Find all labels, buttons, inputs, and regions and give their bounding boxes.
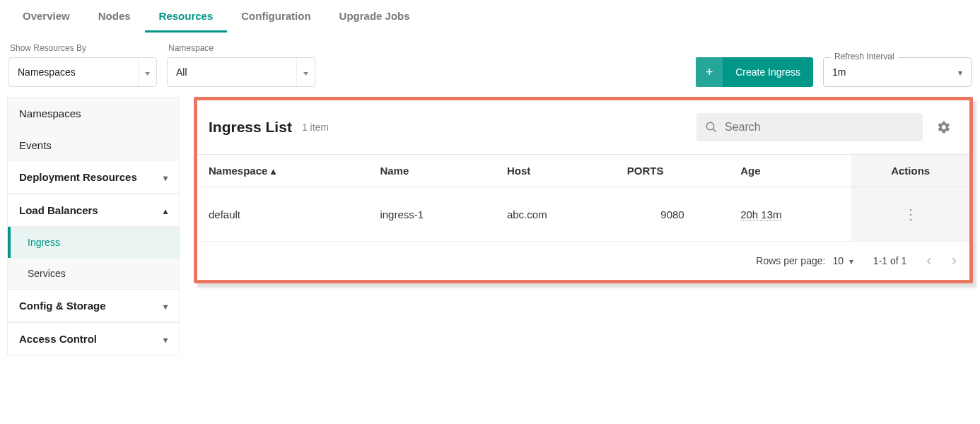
tab-resources[interactable]: Resources (145, 0, 228, 33)
plus-icon: + (696, 57, 723, 87)
chevron-down-icon (163, 171, 168, 183)
search-icon (705, 121, 718, 134)
create-ingress-label: Create Ingress (723, 57, 813, 87)
column-header-actions: Actions (851, 155, 969, 187)
column-header-name[interactable]: Name (368, 155, 496, 187)
namespace-label: Namespace (167, 43, 315, 53)
sidebar-item-ingress[interactable]: Ingress (8, 227, 179, 258)
sidebar-item-services[interactable]: Services (8, 258, 179, 289)
sidebar-item-events[interactable]: Events (8, 129, 179, 161)
panel-title: Ingress List (209, 119, 292, 136)
namespace-value: All (176, 66, 187, 78)
sidebar-item-namespaces[interactable]: Namespaces (8, 98, 179, 129)
chevron-down-icon (163, 333, 168, 345)
panel-item-count: 1 item (302, 122, 329, 133)
column-header-namespace[interactable]: Namespace (197, 155, 368, 187)
chevron-up-icon (163, 204, 168, 216)
show-resources-by-select[interactable]: Namespaces (8, 57, 157, 87)
search-box[interactable] (696, 113, 923, 141)
refresh-interval-select[interactable]: Refresh Interval 1m (823, 57, 972, 87)
tab-configuration[interactable]: Configuration (227, 0, 325, 33)
pager-next-button[interactable] (952, 252, 957, 270)
row-actions-button[interactable] (851, 187, 969, 242)
ingress-table: Namespace Name Host PORTS Age Actions de… (197, 154, 969, 242)
sidebar: Namespaces Events Deployment Resources L… (7, 97, 180, 355)
rows-per-page-value: 10 (832, 255, 844, 266)
tab-nodes[interactable]: Nodes (84, 0, 145, 33)
cell-age: 20h 13m (729, 187, 851, 242)
ingress-list-panel: Ingress List 1 item Namespac (194, 97, 973, 283)
pager-range: 1-1 of 1 (873, 255, 906, 266)
chevron-down-icon (304, 66, 308, 78)
chevron-down-icon (958, 66, 962, 78)
cell-namespace: default (197, 187, 368, 242)
cell-name: ingress-1 (368, 187, 496, 242)
filter-bar: Show Resources By Namespaces Namespace A… (0, 33, 980, 94)
refresh-interval-label: Refresh Interval (831, 52, 898, 61)
column-header-age[interactable]: Age (729, 155, 851, 187)
sort-asc-icon (271, 165, 276, 177)
cell-host: abc.com (496, 187, 616, 242)
chevron-down-icon (163, 300, 168, 312)
tab-overview[interactable]: Overview (8, 0, 84, 33)
column-header-host[interactable]: Host (496, 155, 616, 187)
more-vert-icon (904, 209, 918, 221)
sidebar-group-deployment-resources[interactable]: Deployment Resources (8, 161, 179, 194)
search-input[interactable] (725, 121, 914, 134)
show-resources-by-value: Namespaces (18, 66, 76, 78)
show-resources-by-label: Show Resources By (8, 43, 157, 53)
cell-ports: 9080 (616, 187, 729, 242)
svg-point-0 (706, 122, 714, 130)
column-label: Namespace (209, 165, 267, 177)
sidebar-group-load-balancers[interactable]: Load Balancers (8, 194, 179, 227)
top-tabs: Overview Nodes Resources Configuration U… (0, 0, 980, 33)
rows-per-page-select[interactable]: 10 (832, 255, 853, 266)
settings-button[interactable] (933, 116, 955, 139)
show-resources-by-group: Show Resources By Namespaces (8, 43, 157, 87)
age-value: 20h 13m (740, 208, 781, 221)
refresh-interval-value: 1m (832, 66, 846, 78)
tab-upgrade-jobs[interactable]: Upgrade Jobs (325, 0, 424, 33)
chevron-down-icon (849, 255, 853, 266)
column-header-ports[interactable]: PORTS (616, 155, 729, 187)
sidebar-group-config-storage[interactable]: Config & Storage (8, 289, 179, 322)
sidebar-group-label: Load Balancers (19, 204, 98, 216)
namespace-group: Namespace All (167, 43, 315, 87)
create-ingress-button[interactable]: + Create Ingress (696, 57, 813, 87)
table-pager: Rows per page: 10 1-1 of 1 (197, 242, 969, 280)
table-row[interactable]: default ingress-1 abc.com 9080 20h 13m (197, 187, 969, 242)
sidebar-group-label: Deployment Resources (19, 171, 137, 183)
rows-per-page-label: Rows per page: (756, 255, 825, 266)
pager-prev-button[interactable] (926, 252, 931, 270)
chevron-down-icon (146, 66, 149, 78)
namespace-select[interactable]: All (167, 57, 315, 87)
sidebar-group-label: Access Control (19, 333, 97, 345)
svg-line-1 (713, 129, 716, 132)
sidebar-group-label: Config & Storage (19, 300, 106, 312)
sidebar-group-access-control[interactable]: Access Control (8, 322, 179, 355)
